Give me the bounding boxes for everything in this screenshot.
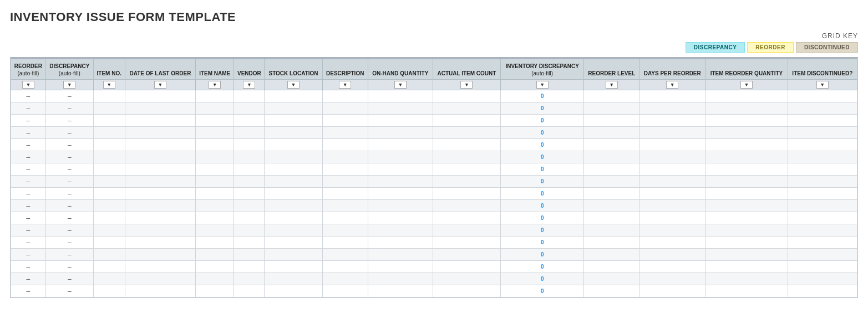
cell-days-per-reorder <box>639 285 705 297</box>
filter-actual-item-count[interactable]: ▼ <box>433 80 500 90</box>
cell-item-name <box>196 90 234 102</box>
cell-discrepancy: – <box>45 115 93 127</box>
cell-item-no <box>93 127 125 139</box>
cell-inventory-discrepancy: 0 <box>501 163 584 176</box>
col-item-discontinued: ITEM DISCONTINUED? <box>788 59 857 80</box>
filter-stock-location[interactable]: ▼ <box>265 80 322 90</box>
cell-discrepancy: – <box>45 127 93 139</box>
cell-discrepancy: – <box>45 249 93 261</box>
cell-item-name <box>196 273 234 285</box>
cell-on-hand-qty <box>368 273 433 285</box>
cell-date-last-order <box>125 285 195 297</box>
cell-actual-item-count <box>433 261 500 273</box>
cell-reorder: – <box>11 127 46 139</box>
cell-vendor <box>234 224 265 237</box>
cell-date-last-order <box>125 102 195 115</box>
cell-vendor <box>234 90 265 102</box>
filter-item-name[interactable]: ▼ <box>196 80 234 90</box>
cell-description <box>322 102 368 115</box>
filter-item-reorder-qty[interactable]: ▼ <box>705 80 788 90</box>
cell-reorder: – <box>11 176 46 188</box>
filter-item-discontinued[interactable]: ▼ <box>788 80 857 90</box>
filter-discrepancy[interactable]: ▼ <box>45 80 93 90</box>
cell-item-no <box>93 188 125 200</box>
cell-item-no <box>93 163 125 176</box>
cell-on-hand-qty <box>368 90 433 102</box>
cell-days-per-reorder <box>639 273 705 285</box>
cell-on-hand-qty <box>368 237 433 249</box>
table-row: ––0 <box>11 273 857 285</box>
cell-item-name <box>196 115 234 127</box>
cell-item-name <box>196 151 234 163</box>
cell-item-reorder-qty <box>705 261 788 273</box>
grid-key-label: GRID KEY <box>822 32 858 40</box>
cell-reorder: – <box>11 200 46 212</box>
cell-item-reorder-qty <box>705 102 788 115</box>
cell-description <box>322 127 368 139</box>
cell-item-name <box>196 139 234 151</box>
filter-on-hand-qty[interactable]: ▼ <box>368 80 433 90</box>
cell-days-per-reorder <box>639 224 705 237</box>
cell-description <box>322 139 368 151</box>
cell-item-discontinued <box>788 139 857 151</box>
filter-date-last-order[interactable]: ▼ <box>125 80 195 90</box>
cell-days-per-reorder <box>639 139 705 151</box>
filter-vendor[interactable]: ▼ <box>234 80 265 90</box>
cell-discrepancy: – <box>45 163 93 176</box>
cell-item-reorder-qty <box>705 212 788 224</box>
cell-on-hand-qty <box>368 261 433 273</box>
cell-inventory-discrepancy: 0 <box>501 151 584 163</box>
filter-reorder[interactable]: ▼ <box>11 80 46 90</box>
cell-actual-item-count <box>433 188 500 200</box>
cell-item-reorder-qty <box>705 90 788 102</box>
cell-item-name <box>196 249 234 261</box>
cell-days-per-reorder <box>639 163 705 176</box>
table-row: ––0 <box>11 90 857 102</box>
cell-on-hand-qty <box>368 151 433 163</box>
cell-actual-item-count <box>433 224 500 237</box>
col-reorder: REORDER(auto-fill) <box>11 59 46 80</box>
cell-inventory-discrepancy: 0 <box>501 261 584 273</box>
cell-discrepancy: – <box>45 90 93 102</box>
cell-discrepancy: – <box>45 285 93 297</box>
cell-date-last-order <box>125 115 195 127</box>
cell-inventory-discrepancy: 0 <box>501 212 584 224</box>
table-header-row: REORDER(auto-fill) DISCREPANCY(auto-fill… <box>11 59 857 80</box>
cell-actual-item-count <box>433 249 500 261</box>
cell-stock-location <box>265 163 322 176</box>
cell-days-per-reorder <box>639 200 705 212</box>
cell-description <box>322 285 368 297</box>
cell-actual-item-count <box>433 102 500 115</box>
cell-item-discontinued <box>788 176 857 188</box>
table-row: ––0 <box>11 139 857 151</box>
cell-item-reorder-qty <box>705 163 788 176</box>
cell-description <box>322 273 368 285</box>
cell-reorder-level <box>584 261 639 273</box>
filter-description[interactable]: ▼ <box>322 80 368 90</box>
table-row: ––0 <box>11 285 857 297</box>
cell-stock-location <box>265 285 322 297</box>
filter-item-no[interactable]: ▼ <box>93 80 125 90</box>
filter-reorder-level[interactable]: ▼ <box>584 80 639 90</box>
cell-item-no <box>93 212 125 224</box>
cell-stock-location <box>265 273 322 285</box>
filter-days-per-reorder[interactable]: ▼ <box>639 80 705 90</box>
cell-item-no <box>93 237 125 249</box>
cell-item-discontinued <box>788 212 857 224</box>
cell-vendor <box>234 200 265 212</box>
cell-discrepancy: – <box>45 261 93 273</box>
cell-stock-location <box>265 212 322 224</box>
table-row: ––0 <box>11 237 857 249</box>
cell-item-name <box>196 102 234 115</box>
cell-reorder: – <box>11 273 46 285</box>
grid-key-badges: DISCREPANCY REORDER DISCONTINUED <box>686 42 858 53</box>
cell-reorder-level <box>584 176 639 188</box>
filter-inventory-discrepancy[interactable]: ▼ <box>501 80 584 90</box>
cell-vendor <box>234 249 265 261</box>
table-row: ––0 <box>11 261 857 273</box>
cell-date-last-order <box>125 200 195 212</box>
cell-reorder-level <box>584 151 639 163</box>
table-row: ––0 <box>11 212 857 224</box>
col-reorder-level: REORDER LEVEL <box>584 59 639 80</box>
cell-vendor <box>234 115 265 127</box>
